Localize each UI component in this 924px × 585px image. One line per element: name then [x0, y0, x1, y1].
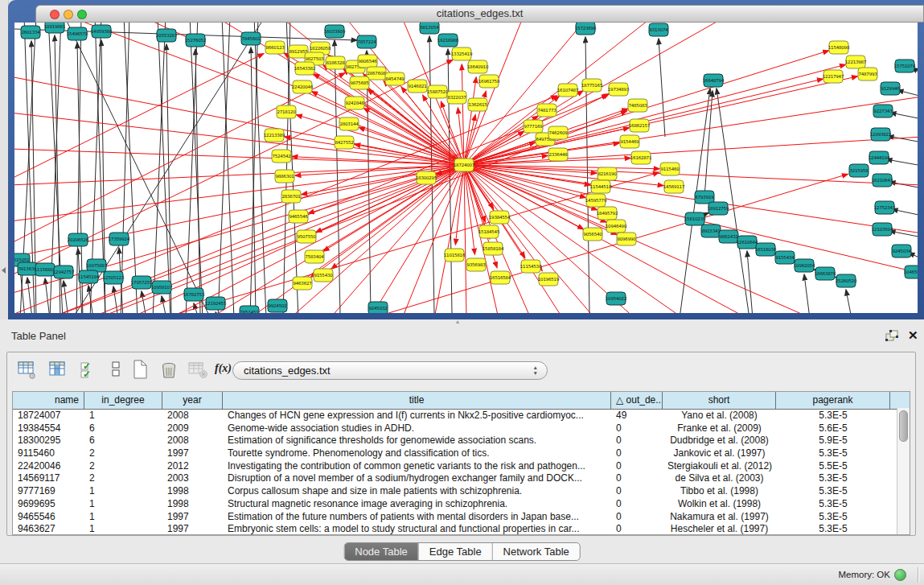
table-row[interactable]: 946362711997Embryonic stem cells: a mode… — [13, 523, 910, 535]
black-edge[interactable] — [717, 89, 749, 313]
graph-node[interactable]: 2336448 — [548, 148, 568, 161]
graph-node[interactable]: 18495792 — [597, 207, 618, 220]
graph-node[interactable]: 16162871 — [630, 151, 651, 164]
graph-node[interactable]: 7524542 — [272, 150, 291, 163]
show-columns-icon[interactable] — [47, 359, 70, 381]
black-edge[interactable] — [585, 37, 589, 313]
graph-node[interactable]: 11154530 — [520, 260, 542, 273]
table-row[interactable]: 977716911998Corpus callosum shape and si… — [13, 485, 910, 498]
graph-node[interactable]: 22420046 — [292, 80, 314, 93]
black-edge[interactable] — [886, 159, 918, 166]
graph-node[interactable]: 12103504 — [872, 223, 893, 236]
graph-node[interactable]: 16033809 — [324, 25, 346, 38]
graph-node[interactable]: 9465546 — [289, 210, 308, 223]
red-edge[interactable] — [464, 165, 812, 313]
graph-node[interactable]: 9806546 — [358, 55, 377, 68]
graph-node[interactable]: 9155434 — [775, 251, 795, 264]
graph-node[interactable]: 8660123 — [265, 41, 285, 54]
black-edge[interactable] — [283, 23, 290, 313]
table-options-icon[interactable]: ⚙ — [17, 359, 39, 381]
graph-node[interactable]: 13325419 — [451, 47, 473, 60]
graph-node[interactable]: 9463627 — [293, 277, 312, 290]
graph-node[interactable]: 9507550 — [297, 230, 316, 243]
graph-node[interactable]: 15858184 — [483, 242, 504, 255]
graph-node[interactable]: 8096990 — [617, 233, 636, 245]
graph-node[interactable]: 12752343 — [874, 201, 896, 214]
black-edge[interactable] — [892, 209, 918, 216]
graph-node[interactable]: 9227343 — [873, 105, 893, 117]
column-header-title[interactable]: title — [223, 392, 611, 409]
graph-node[interactable]: 9154469 — [620, 135, 639, 148]
graph-node[interactable]: 9245034 — [892, 245, 911, 257]
graph-node[interactable]: 9245032 — [368, 302, 388, 313]
graph-node[interactable]: 17957255 — [131, 276, 153, 289]
table-row[interactable]: 1456911722003Disruption of a novel membe… — [13, 472, 910, 485]
graph-node[interactable]: 18640910 — [467, 60, 489, 73]
graph-node[interactable]: 12213987 — [845, 56, 867, 68]
graph-node[interactable]: 12217947 — [823, 70, 844, 83]
red-edge[interactable] — [464, 76, 857, 165]
create-column-icon[interactable] — [129, 359, 152, 381]
black-edge[interactable] — [335, 40, 340, 313]
tab-edge-table[interactable]: Edge Table — [419, 543, 493, 560]
table-row[interactable]: 946554611997Estimation of the future num… — [13, 511, 910, 524]
graph-node[interactable]: 19218986 — [437, 34, 459, 47]
red-edge[interactable] — [464, 165, 466, 313]
column-header-short[interactable]: short — [663, 392, 776, 409]
graph-node[interactable]: 16516036 — [755, 243, 777, 256]
graph-node[interactable]: 9886301 — [275, 170, 294, 183]
black-edge[interactable] — [162, 296, 166, 313]
table-row[interactable]: 1830029562008Estimation of significance … — [13, 435, 910, 447]
graph-node[interactable]: 9242848 — [345, 97, 364, 109]
graph-node[interactable]: 19734893 — [608, 83, 630, 96]
graph-node[interactable]: 10962054 — [794, 259, 815, 272]
table-row[interactable]: 1938455462009Genome-wide association stu… — [13, 422, 910, 435]
graph-node[interactable]: 7583404 — [305, 250, 324, 263]
red-edge[interactable] — [330, 165, 464, 313]
graph-node[interactable]: 16543382 — [294, 62, 315, 75]
graph-node[interactable]: 9115460 — [660, 163, 680, 175]
graph-node[interactable]: 8313074 — [649, 23, 668, 36]
graph-node[interactable]: 15184545 — [478, 225, 500, 238]
graph-node[interactable]: 8454749 — [385, 72, 405, 85]
graph-node[interactable]: 2867608 — [367, 67, 386, 80]
black-edge[interactable] — [254, 23, 266, 313]
black-edge[interactable] — [890, 113, 918, 119]
table-row[interactable]: 1872400712008Changes of HCN gene express… — [13, 410, 910, 422]
graph-node[interactable]: 15610239 — [684, 212, 706, 225]
graph-node[interactable]: 16782753 — [183, 288, 205, 301]
graph-node[interactable]: 9777169 — [524, 120, 543, 133]
black-edge[interactable] — [113, 286, 118, 313]
row-height-icon[interactable] — [105, 359, 128, 381]
graph-node[interactable]: 8813054 — [420, 23, 439, 34]
graph-node[interactable]: 12213389 — [264, 129, 285, 142]
black-edge[interactable] — [888, 136, 918, 142]
graph-node[interactable]: 10946490 — [606, 220, 627, 233]
graph-node[interactable]: 11545194 — [78, 270, 100, 283]
graph-node[interactable]: 7485083 — [628, 99, 647, 112]
graph-node[interactable]: 18663878 — [815, 267, 836, 280]
graph-node[interactable]: 3215958 — [849, 164, 869, 177]
graph-node[interactable]: 7487993 — [858, 68, 877, 80]
graph-node[interactable]: 7857224 — [357, 35, 376, 48]
graph-node[interactable]: 2718120 — [277, 105, 296, 118]
graph-node[interactable]: 14959388 — [91, 25, 113, 38]
close-panel-icon[interactable]: ✕ — [908, 328, 918, 343]
column-header-pagerank[interactable]: pagerank — [776, 392, 890, 409]
red-edge[interactable] — [464, 165, 531, 313]
graph-node[interactable]: 9129946 — [881, 82, 900, 95]
red-edge[interactable] — [464, 137, 918, 165]
network-window-titlebar[interactable]: citations_edges.txt — [35, 5, 924, 23]
graph-node[interactable]: 7462609 — [548, 126, 568, 139]
graph-node[interactable]: 8216190 — [598, 167, 617, 180]
black-edge[interactable] — [659, 39, 665, 137]
graph-node[interactable]: 12192455 — [205, 297, 227, 310]
black-edge[interactable] — [64, 281, 68, 313]
graph-node[interactable]: 16107487 — [557, 84, 579, 97]
graph-node[interactable]: 20553287 — [156, 29, 178, 42]
graph-node[interactable]: 15751074 — [894, 60, 916, 72]
red-edge[interactable] — [464, 64, 845, 165]
graph-node[interactable]: 12444194 — [869, 151, 890, 164]
tab-node-table[interactable]: Node Table — [344, 543, 419, 560]
select-all-checkboxes-icon[interactable]: ✓ ✓ — [78, 359, 101, 381]
